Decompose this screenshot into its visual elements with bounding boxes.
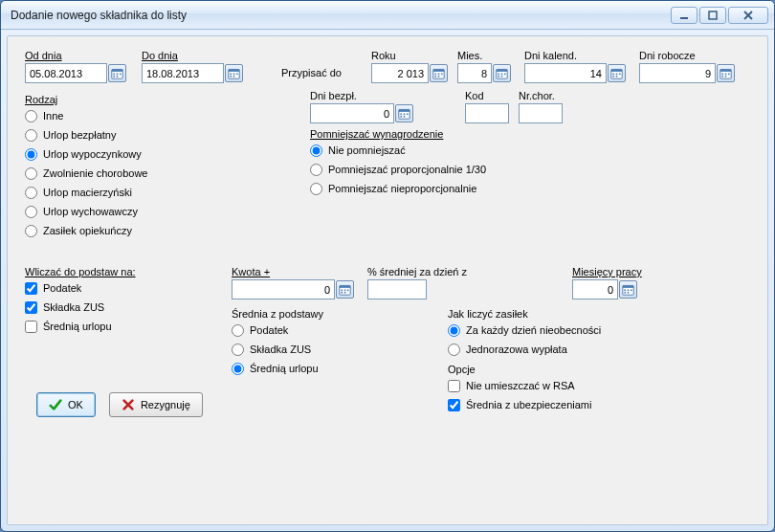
type-option-radio-4[interactable] [25,187,37,199]
type-option-6[interactable]: Zasiłek opiekuńczy [25,222,147,239]
type-option-5[interactable]: Urlop wychowawczy [25,203,147,220]
close-icon [743,11,753,20]
year-input[interactable] [371,63,429,83]
caldays-calendar-button[interactable] [608,64,626,82]
type-option-2[interactable]: Urlop wypoczynkowy [25,145,147,163]
cancel-button[interactable]: Rezygnuję [109,392,203,417]
window-title: Dodanie nowego składnika do listy [11,9,187,22]
type-option-radio-5[interactable] [25,206,37,218]
calendar-icon [398,107,410,120]
benefit-option-label-0: Za każdy dzień nieobecności [466,324,601,336]
options-item-0[interactable]: Nie umieszczać w RSA [448,377,591,394]
caldays-input[interactable] [524,63,607,83]
avg-base-option-2[interactable]: Średnią urlopu [232,360,323,377]
avg-base-group: PodatekSkładka ZUSŚrednią urlopu [232,321,323,377]
type-option-label-0: Inne [43,110,63,122]
amount-label: Kwota + [232,266,354,277]
type-option-4[interactable]: Urlop macierzyński [25,184,147,201]
svg-rect-8 [709,11,717,19]
year-calendar-button[interactable] [430,64,448,82]
avg-base-option-1[interactable]: Składka ZUS [232,341,323,358]
unpaid-days-calendar-button[interactable] [395,104,413,122]
avg-base-option-0[interactable]: Podatek [232,321,323,339]
cancel-button-label: Rezygnuję [141,399,190,410]
reduce-option-radio-0[interactable] [310,144,322,157]
workdays-input[interactable] [639,63,716,83]
options-item-checkbox-1[interactable] [448,399,460,411]
options-item-checkbox-0[interactable] [448,380,460,392]
from-date-label: Od dnia [25,50,126,61]
type-option-radio-0[interactable] [25,110,37,122]
amount-input[interactable] [232,279,335,299]
months-work-calendar-button[interactable] [619,280,637,299]
workdays-calendar-button[interactable] [717,64,735,82]
sick-no-input[interactable] [519,103,563,123]
reduce-option-label-2: Pomniejszać nieproporcjonalnie [328,183,476,194]
assign-to-label: Przypisać do [281,67,342,78]
benefit-option-radio-1[interactable] [448,344,460,356]
type-option-radio-2[interactable] [25,148,37,161]
months-work-input[interactable] [572,279,618,299]
type-option-label-4: Urlop macierzyński [43,187,132,198]
options-item-label-0: Nie umieszczać w RSA [466,380,575,391]
avg-base-option-label-1: Składka ZUS [250,344,311,355]
to-date-label: Do dnia [142,50,243,61]
to-date-calendar-button[interactable] [225,64,243,82]
ok-button[interactable]: OK [36,392,96,417]
calendar-icon [720,67,732,79]
benefit-option-0[interactable]: Za każdy dzień nieobecności [448,321,601,339]
avg-base-option-radio-2[interactable] [232,363,244,375]
options-item-1[interactable]: Średnia z ubezpieczeniami [448,396,591,413]
close-button[interactable] [728,7,768,24]
include-base-item-1[interactable]: Składka ZUS [25,299,136,316]
reduce-option-label-1: Pomniejszać proporcjonalnie 1/30 [328,164,486,175]
from-date-input[interactable] [25,63,107,83]
to-date-input[interactable] [142,63,224,83]
benefit-option-radio-0[interactable] [448,324,460,337]
type-option-1[interactable]: Urlop bezpłatny [25,126,147,144]
month-label: Mies. [457,50,511,61]
amount-calendar-button[interactable] [336,280,354,299]
include-base-item-label-2: Średnią urlopu [43,321,112,332]
percent-daily-input[interactable] [367,279,427,299]
avg-base-label: Średnia z podstawy [232,308,323,320]
avg-base-option-radio-0[interactable] [232,324,244,337]
calendar-icon [339,283,351,296]
include-base-item-2[interactable]: Średnią urlopu [25,318,136,335]
type-option-label-5: Urlop wychowawczy [43,206,138,217]
reduce-option-2[interactable]: Pomniejszać nieproporcjonalnie [310,180,486,197]
benefit-calc-label: Jak liczyć zasiłek [448,308,601,320]
include-base-item-0[interactable]: Podatek [25,279,136,297]
avg-base-option-radio-1[interactable] [232,344,244,356]
type-option-radio-3[interactable] [25,167,37,180]
unpaid-days-input[interactable] [310,103,394,123]
include-base-item-checkbox-2[interactable] [25,321,37,333]
benefit-calc-group: Za każdy dzień nieobecnościJednorazowa w… [448,321,601,358]
month-calendar-button[interactable] [493,64,511,82]
minimize-icon [679,11,689,20]
from-date-calendar-button[interactable] [108,64,126,82]
include-base-label: Wliczać do podstaw na: [25,266,136,277]
calendar-icon [622,283,634,296]
include-base-item-checkbox-0[interactable] [25,282,37,295]
reduce-option-1[interactable]: Pomniejszać proporcjonalnie 1/30 [310,161,486,178]
maximize-button[interactable] [699,7,726,24]
code-input[interactable] [465,103,509,123]
titlebar: Dodanie nowego składnika do listy [1,1,774,30]
type-option-radio-6[interactable] [25,225,37,237]
reduce-option-0[interactable]: Nie pomniejszać [310,142,486,159]
avg-base-option-label-0: Podatek [250,324,288,336]
reduce-option-radio-2[interactable] [310,183,322,195]
month-input[interactable] [457,63,492,83]
type-option-0[interactable]: Inne [25,107,147,124]
benefit-option-label-1: Jednorazowa wypłata [466,344,567,355]
percent-daily-label: % średniej za dzień z [367,266,467,277]
type-option-3[interactable]: Zwolnienie chorobowe [25,165,147,182]
type-option-radio-1[interactable] [25,129,37,142]
svg-rect-7 [680,17,688,19]
reduce-option-radio-1[interactable] [310,164,322,176]
minimize-button[interactable] [671,7,698,24]
include-base-item-checkbox-1[interactable] [25,301,37,314]
benefit-option-1[interactable]: Jednorazowa wypłata [448,341,601,358]
year-label: Roku [371,50,448,61]
